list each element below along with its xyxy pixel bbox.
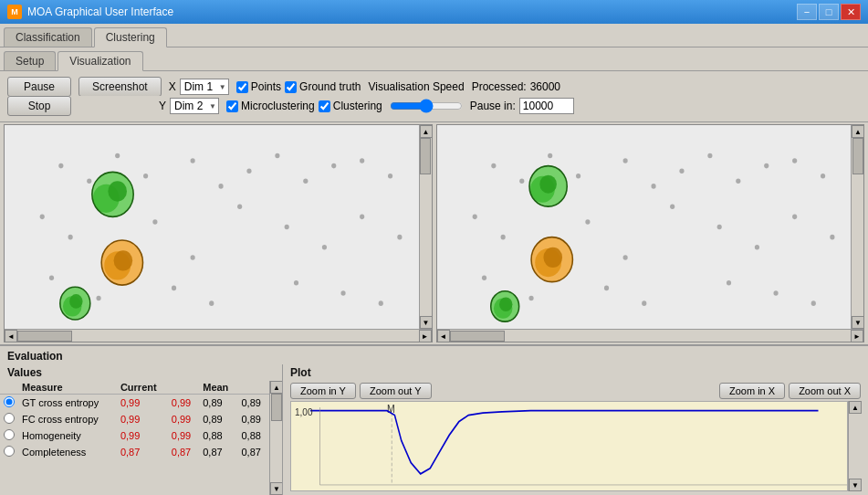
right-scroll-track: [852, 138, 863, 316]
svg-point-24: [209, 300, 214, 306]
svg-point-9: [331, 163, 336, 169]
right-scroll-right-btn[interactable]: ►: [851, 330, 863, 342]
processed-value: 36000: [530, 80, 560, 93]
scroll-up-btn[interactable]: ▲: [420, 125, 432, 138]
h-scroll-track: [17, 330, 419, 342]
right-h-scroll-thumb[interactable]: [450, 331, 505, 342]
table-scroll-down[interactable]: ▼: [270, 482, 282, 495]
right-scroll-thumb[interactable]: [852, 138, 863, 174]
table-scroll-up[interactable]: ▲: [270, 381, 282, 394]
plot-scroll-up[interactable]: ▲: [849, 401, 862, 414]
dim-y-select[interactable]: Dim 1 Dim 2 Dim 3: [170, 98, 219, 114]
plot-scroll-down[interactable]: ▼: [849, 479, 862, 491]
svg-point-59: [792, 215, 797, 220]
svg-point-54: [585, 219, 590, 225]
right-h-scrollbar[interactable]: ◄ ►: [437, 329, 864, 342]
speed-slider[interactable]: [390, 99, 463, 113]
groundtruth-checkbox[interactable]: [285, 81, 297, 93]
zoom-in-y-button[interactable]: Zoom in Y: [290, 383, 356, 399]
row-radio-fc[interactable]: [4, 413, 15, 424]
plot-panel: Plot Zoom in Y Zoom out Y Zoom in X Zoom…: [283, 364, 868, 495]
vis-speed-label: Visualisation Speed: [368, 80, 464, 93]
vis-speed-group: Visualisation Speed: [368, 80, 464, 93]
points-checkbox-label[interactable]: Points: [236, 80, 281, 93]
svg-point-15: [191, 255, 195, 260]
screenshot-button[interactable]: Screenshot: [78, 77, 162, 97]
svg-point-65: [726, 280, 730, 286]
table-scroll-thumb[interactable]: [271, 394, 282, 421]
processed-label: Processed:: [472, 80, 527, 93]
tab-clustering[interactable]: Clustering: [94, 27, 167, 47]
svg-point-47: [707, 153, 712, 159]
plot-v-scrollbar[interactable]: ▲ ▼: [848, 401, 861, 491]
table-row[interactable]: Completeness 0,87 0,87 0,87 0,87: [0, 444, 269, 460]
svg-point-20: [397, 235, 402, 240]
row-radio-gt[interactable]: [4, 396, 15, 407]
svg-point-49: [764, 163, 769, 169]
svg-point-14: [152, 219, 157, 225]
table-scrollbar[interactable]: ▲ ▼: [269, 381, 282, 495]
groundtruth-checkbox-label[interactable]: Ground truth: [285, 80, 361, 93]
scroll-thumb[interactable]: [420, 138, 431, 174]
svg-point-25: [294, 280, 298, 286]
evaluation-body: Values Measure Current Mean: [0, 364, 868, 495]
x-label: X: [169, 80, 176, 93]
h-scroll-thumb[interactable]: [17, 331, 72, 342]
maximize-button[interactable]: □: [819, 4, 839, 20]
clustering-checkbox[interactable]: [319, 100, 330, 112]
row-label-gt: GT cross entropy: [18, 395, 117, 412]
row-cur2-gt: 0,99: [168, 395, 199, 412]
svg-point-19: [360, 215, 364, 220]
right-scroll-up-btn[interactable]: ▲: [852, 125, 863, 138]
plot-toolbar-left: Zoom in Y Zoom out Y: [290, 383, 432, 399]
table-row[interactable]: FC cross entropy 0,99 0,99 0,89 0,89: [0, 411, 269, 427]
close-button[interactable]: ✕: [841, 4, 861, 20]
svg-point-57: [716, 225, 721, 230]
minimize-button[interactable]: −: [797, 4, 817, 20]
stop-button[interactable]: Stop: [7, 96, 71, 116]
zoom-in-x-button[interactable]: Zoom in X: [719, 383, 785, 399]
row-radio-homo[interactable]: [4, 429, 15, 440]
right-scroll-down-btn[interactable]: ▼: [852, 316, 863, 329]
right-scroll-left-btn[interactable]: ◄: [437, 330, 450, 342]
left-v-scrollbar[interactable]: ▲ ▼: [419, 125, 432, 329]
values-panel: Values Measure Current Mean: [0, 364, 283, 495]
plot-scroll-track: [849, 414, 861, 479]
svg-point-12: [40, 215, 45, 220]
svg-point-52: [472, 215, 476, 220]
right-scatter-panel: ▲ ▼ ◄ ►: [436, 124, 865, 342]
points-checkbox[interactable]: [236, 81, 248, 93]
clustering-checkbox-label[interactable]: Clustering: [319, 100, 382, 112]
row-cur2-fc: 0,99: [168, 411, 199, 427]
row-radio-comp[interactable]: [4, 446, 15, 457]
zoom-out-x-button[interactable]: Zoom out X: [789, 383, 861, 399]
pause-in-input[interactable]: [519, 98, 574, 114]
row-label-comp: Completeness: [18, 444, 117, 460]
microclustering-checkbox-label[interactable]: Microclustering: [226, 100, 315, 112]
svg-point-27: [379, 300, 383, 306]
dim-x-select[interactable]: Dim 1 Dim 2 Dim 3: [180, 79, 229, 95]
sub-tab-setup[interactable]: Setup: [4, 51, 56, 70]
table-row[interactable]: GT cross entropy 0,99 0,99 0,89 0,89: [0, 395, 269, 412]
zoom-out-y-button[interactable]: Zoom out Y: [360, 383, 432, 399]
tab-classification[interactable]: Classification: [4, 27, 92, 47]
svg-point-17: [285, 225, 289, 230]
values-table-scroll[interactable]: Measure Current Mean GT c: [0, 381, 269, 495]
svg-point-44: [622, 158, 627, 163]
pause-in-group: Pause in:: [470, 98, 574, 114]
left-h-scrollbar[interactable]: ◄ ►: [5, 329, 432, 342]
left-scatter-panel: ▲ ▼ ◄ ►: [4, 124, 433, 342]
col-radio: [0, 381, 18, 395]
scroll-right-btn[interactable]: ►: [419, 330, 432, 342]
evaluation-section: Evaluation Values Measure Current: [0, 344, 868, 495]
sub-tab-visualization[interactable]: Visualization: [58, 51, 142, 71]
svg-point-3: [143, 174, 148, 179]
right-v-scrollbar[interactable]: ▲ ▼: [851, 125, 863, 329]
pause-button[interactable]: Pause: [7, 77, 71, 97]
table-row[interactable]: Homogeneity 0,99 0,99 0,88 0,88: [0, 427, 269, 444]
sub-tab-bar: Setup Visualization: [0, 47, 868, 71]
scroll-left-btn[interactable]: ◄: [5, 330, 17, 342]
svg-point-7: [275, 153, 279, 159]
microclustering-checkbox[interactable]: [226, 100, 238, 112]
scroll-down-btn[interactable]: ▼: [420, 316, 432, 329]
